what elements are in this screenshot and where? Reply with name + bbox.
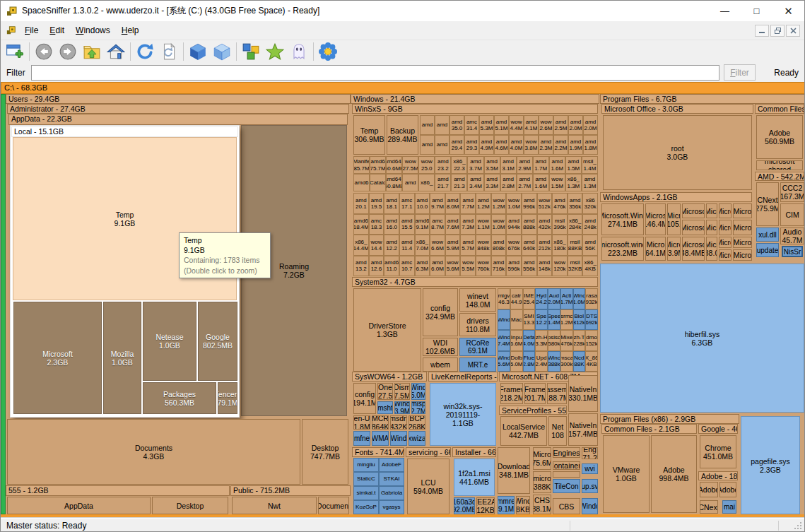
tm-dmo[interactable]: dmo 152k bbox=[585, 330, 598, 351]
tm-wind[interactable]: Wind 5.0M bbox=[411, 383, 425, 400]
tm-x86[interactable]: x86_ 4KB bbox=[582, 256, 598, 277]
tm-micro[interactable]: Micro 63.9M bbox=[667, 237, 681, 261]
tm-amd[interactable]: amd bbox=[402, 174, 418, 191]
tm-cnext[interactable]: CNext 275.9M bbox=[756, 182, 779, 226]
maximize-button[interactable]: □ bbox=[741, 1, 772, 21]
blocks-button[interactable] bbox=[239, 41, 263, 62]
tm-system32-4.7gb[interactable]: System32 - 4.7GB bbox=[352, 277, 598, 287]
tm-mcr[interactable]: MCR 864K bbox=[372, 415, 389, 430]
tm-program-files-x86-2.9gb[interactable]: Program Files (x86) - 2.9GB bbox=[600, 414, 739, 424]
tm-mrt.e[interactable]: MRT.e bbox=[459, 357, 496, 372]
tm-wow[interactable]: wow 1.2M bbox=[491, 193, 507, 214]
tm-c-68.3gb[interactable]: C:\ - 68.3GB bbox=[1, 82, 805, 94]
tm-amc[interactable]: amc 10.7 bbox=[399, 256, 415, 277]
tm-users-29.4gb[interactable]: Users - 29.4GB bbox=[6, 94, 351, 104]
tm-amd[interactable]: amd 29.4 bbox=[449, 135, 464, 155]
tm-tencent[interactable]: Tencent 79.1M bbox=[218, 382, 237, 414]
tm-amd[interactable]: amd 2.5M bbox=[553, 115, 568, 135]
tm-winsxs-9gb[interactable]: WinSxS - 9GB bbox=[352, 104, 598, 114]
tm-dts[interactable]: DTS 692k bbox=[585, 309, 598, 331]
tm-desktop[interactable]: Desktop 747.7MB bbox=[302, 419, 348, 485]
tm-inpu[interactable]: Inpu 6.6M bbox=[510, 330, 523, 351]
tm-serviceprofiles-550.7m[interactable]: ServiceProfiles - 550.7M bbox=[499, 406, 567, 415]
tm-engines[interactable]: Engines bbox=[553, 447, 580, 458]
filter-apply-button[interactable]: Filter bbox=[724, 64, 756, 81]
tm-amd[interactable]: amd 3.1M bbox=[500, 156, 517, 174]
tm-amd[interactable]: amd 1.8M bbox=[583, 135, 598, 155]
tm-amd6[interactable]: amd6 75.7M bbox=[370, 156, 386, 174]
tm-document[interactable]: Document bbox=[318, 497, 349, 514]
tm-dism[interactable]: Dism 7.5M bbox=[394, 383, 410, 400]
tm-chrome[interactable]: Chrome 451.0MB bbox=[700, 435, 736, 468]
tm-wow[interactable]: wow 5.6M bbox=[445, 256, 461, 277]
tm-amd[interactable]: amd bbox=[435, 135, 449, 155]
tm-smi[interactable]: SMI 13.3 bbox=[523, 309, 536, 331]
tm-micro[interactable]: Micro bbox=[719, 203, 731, 218]
tm-wma[interactable]: WMA bbox=[372, 431, 389, 446]
tm-frame[interactable]: Frame 201.7M bbox=[524, 383, 546, 404]
tm-wow[interactable]: wow 1.5M bbox=[549, 174, 565, 191]
tm-gabriola[interactable]: Gabriola bbox=[379, 486, 404, 500]
tm-nativein[interactable]: NativeIn 330.1MB bbox=[568, 375, 598, 412]
tm-misp[interactable]: misp 2.7M bbox=[411, 401, 425, 414]
tm-pagefile.sys[interactable]: pagefile.sys 2.3GB bbox=[741, 416, 800, 514]
tm-amd[interactable]: amd 212k bbox=[537, 235, 553, 256]
detail-more-button[interactable] bbox=[210, 41, 234, 62]
tm-micros[interactable]: Micros 146.4M bbox=[645, 203, 666, 235]
tm-amd[interactable]: amd 716k bbox=[491, 256, 507, 277]
tm-msil[interactable]: msil_ 1.4M bbox=[582, 156, 598, 174]
tm-amd[interactable]: amd 15.5 bbox=[399, 214, 415, 235]
tm-chs[interactable]: CHS 88.1M bbox=[533, 495, 551, 514]
tm-micro[interactable]: Micro 64.1M bbox=[645, 237, 666, 261]
tm-amd[interactable]: amd bbox=[420, 115, 435, 135]
tm-amd[interactable]: amd 21.7 bbox=[435, 174, 451, 191]
tm-amd[interactable]: amd 7.3M bbox=[460, 214, 476, 235]
tm-wow[interactable]: wow 1.0M bbox=[506, 193, 522, 214]
tm-nwt[interactable]: Nwt bbox=[232, 497, 317, 514]
tm-audio[interactable]: Audio 45.7M bbox=[780, 227, 804, 244]
tm-amd[interactable]: amd 4.0M bbox=[509, 135, 524, 155]
tm-psisc[interactable]: psisc 580k bbox=[548, 330, 560, 351]
tm-wow[interactable]: wow 512k bbox=[537, 193, 553, 214]
tm-wow[interactable]: wow 5.5M bbox=[460, 256, 476, 277]
filter-input[interactable] bbox=[31, 65, 719, 81]
tm-amd[interactable]: amd 1.3M bbox=[582, 174, 598, 191]
tm-amd[interactable]: amd 9.7M bbox=[430, 193, 445, 214]
tm-msil[interactable]: msil 32KB bbox=[568, 256, 583, 277]
tm-en-u[interactable]: en-U 1.8M bbox=[353, 415, 370, 430]
tm-msdn[interactable]: msdn 432K bbox=[390, 415, 407, 430]
tm-manife[interactable]: Manife 85.7M bbox=[353, 156, 370, 174]
detail-less-button[interactable] bbox=[186, 41, 210, 62]
tm-amd[interactable]: amd 3.4M bbox=[467, 174, 483, 191]
menu-help[interactable]: Help bbox=[116, 23, 145, 38]
tm-wow[interactable]: wow 27.5M bbox=[402, 156, 418, 174]
tm-micro[interactable]: Micro bbox=[733, 220, 752, 235]
tm-555-1.2gb[interactable]: 555 - 1.2GB bbox=[6, 485, 230, 496]
tm-amd[interactable]: amd 18.1 bbox=[384, 193, 399, 214]
star-button[interactable] bbox=[263, 41, 287, 62]
tm-adobe-182[interactable]: Adobe - 182 bbox=[698, 471, 738, 480]
tm-stkai[interactable]: STKAI bbox=[379, 472, 404, 486]
resize-grip[interactable] bbox=[794, 522, 803, 531]
tm-common-files[interactable]: Common Files bbox=[755, 104, 804, 114]
tm-adobe[interactable]: Adobe 560.9MB bbox=[756, 115, 803, 159]
tm-aud[interactable]: Aud 2.0M bbox=[548, 288, 560, 309]
tm-srmc[interactable]: srmc 1.2M bbox=[560, 309, 573, 331]
tm-wow[interactable]: wow 120k bbox=[552, 256, 568, 277]
tm-micro[interactable]: Micro 75.6M bbox=[533, 447, 551, 470]
tm-cbs[interactable]: CBS bbox=[553, 498, 580, 514]
tm-wow[interactable]: wow 25.0 bbox=[418, 156, 435, 174]
tm-amd[interactable]: amd 3.7M bbox=[467, 156, 483, 174]
minimize-button[interactable]: — bbox=[709, 1, 741, 21]
tm-amd[interactable]: amd 23.2 bbox=[435, 156, 451, 174]
tm-x86[interactable]: x86_ 7.0M bbox=[415, 235, 430, 256]
tm-wow[interactable]: wow 676k bbox=[506, 235, 522, 256]
tm-amd-542.2m[interactable]: AMD - 542.2M bbox=[755, 172, 804, 181]
tm-microso[interactable]: Microso bbox=[682, 220, 705, 235]
tm-hyd[interactable]: Hyd 24.2 bbox=[535, 288, 548, 309]
tm-micr[interactable]: Micr 105. bbox=[667, 203, 681, 235]
tm-microso[interactable]: Microso bbox=[682, 203, 705, 218]
tm-amd[interactable]: amd 5.3M bbox=[479, 115, 494, 135]
tm-zh-h[interactable]: zh-H 3.3M bbox=[535, 330, 548, 351]
tm-servicing-669.[interactable]: servicing - 669. bbox=[406, 447, 451, 457]
